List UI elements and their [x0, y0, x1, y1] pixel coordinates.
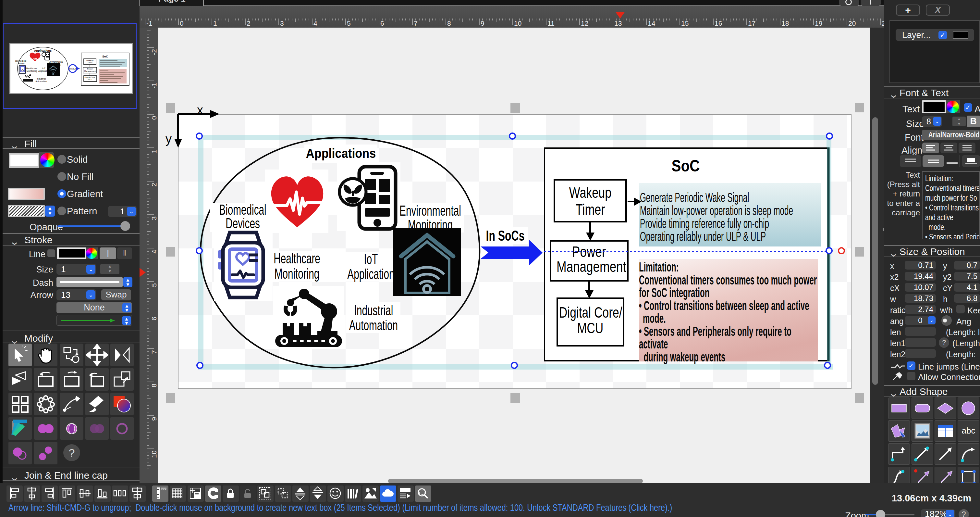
svg-text:In SoCs: In SoCs [69, 67, 76, 70]
svg-text:Healthcare: Healthcare [26, 67, 37, 70]
svg-text:Biomedical: Biomedical [15, 60, 27, 62]
svg-text:Wakeup: Wakeup [86, 59, 94, 61]
svg-text:Digital Core/: Digital Core/ [84, 76, 95, 78]
svg-text:Automation: Automation [35, 80, 47, 83]
svg-text:MCU: MCU [88, 78, 92, 81]
svg-text:Environmental: Environmental [49, 61, 63, 63]
svg-text:Management: Management [84, 70, 95, 72]
svg-text:Industrial: Industrial [37, 78, 46, 80]
svg-text:SoC: SoC [102, 55, 108, 58]
svg-text:Power: Power [87, 68, 92, 70]
svg-text:IoT: IoT [42, 67, 46, 70]
svg-text:Devices: Devices [17, 62, 25, 65]
svg-text:Timer: Timer [87, 62, 92, 64]
svg-text:Monitoring: Monitoring [27, 70, 37, 72]
svg-text:Applications: Applications [34, 49, 52, 52]
